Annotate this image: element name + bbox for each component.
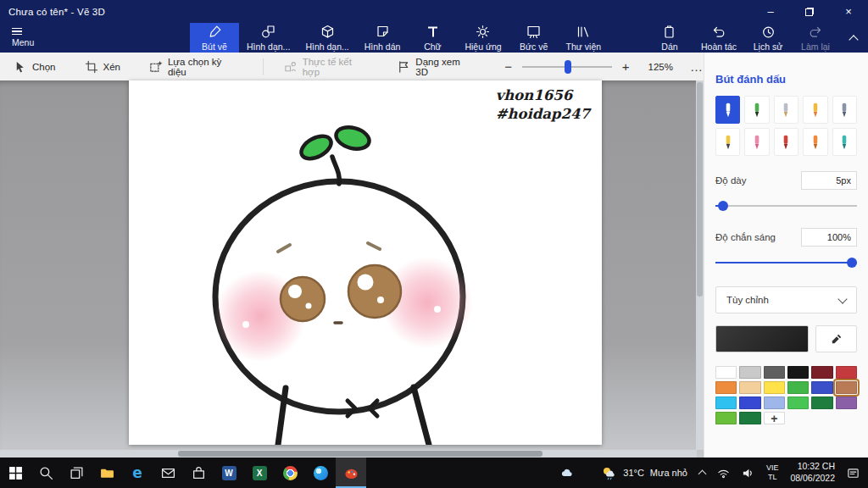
search-button[interactable] bbox=[31, 458, 61, 488]
tab-text[interactable]: Chữ bbox=[408, 23, 457, 53]
color-swatch-12[interactable] bbox=[715, 396, 737, 409]
close-button[interactable]: × bbox=[829, 0, 868, 23]
magic-select-tool[interactable]: Lựa chọn kỳ diệu bbox=[149, 57, 237, 77]
more-options-button[interactable]: … bbox=[690, 59, 704, 74]
color-swatch-11[interactable] bbox=[836, 381, 857, 394]
opacity-slider-thumb[interactable] bbox=[847, 258, 857, 268]
thickness-input[interactable]: 5px bbox=[801, 171, 857, 190]
brush-oil-brush[interactable] bbox=[774, 96, 798, 124]
color-swatch-7[interactable] bbox=[739, 381, 760, 394]
notification-icon bbox=[847, 467, 860, 480]
color-swatch-6[interactable] bbox=[715, 381, 737, 394]
color-swatch-1[interactable] bbox=[739, 366, 760, 379]
color-swatch-17[interactable] bbox=[836, 396, 857, 409]
tab-2d-shapes[interactable]: Hình dạn... bbox=[239, 23, 298, 53]
language-indicator[interactable]: VIE TL bbox=[766, 463, 779, 483]
color-swatch-16[interactable] bbox=[811, 396, 832, 409]
tab-stickers[interactable]: Hình dán bbox=[357, 23, 409, 53]
restore-button[interactable] bbox=[790, 0, 829, 23]
thickness-slider-thumb[interactable] bbox=[718, 201, 728, 211]
brush-calligraphy-pen[interactable] bbox=[744, 96, 769, 124]
drawing-canvas[interactable]: vhon1656 #hoidap247 bbox=[129, 80, 602, 445]
vertical-scrollbar-thumb[interactable] bbox=[697, 82, 703, 297]
brush-pixel-pen[interactable] bbox=[832, 96, 857, 124]
start-button[interactable] bbox=[0, 458, 31, 488]
color-swatch-18[interactable] bbox=[715, 412, 737, 424]
store-button[interactable] bbox=[183, 458, 214, 488]
edge-button[interactable]: e bbox=[122, 458, 153, 488]
weather-widget[interactable]: 31°C Mưa nhỏ bbox=[600, 464, 687, 481]
color-swatch-10[interactable] bbox=[811, 381, 832, 394]
coccoc-browser-button[interactable] bbox=[305, 458, 336, 488]
tab-brushes[interactable]: Bút vẽ bbox=[190, 23, 239, 53]
brush-fill[interactable] bbox=[832, 128, 857, 156]
tab-effects[interactable]: Hiệu ứng bbox=[457, 23, 509, 53]
brush-spray-can[interactable] bbox=[803, 128, 827, 156]
color-swatch-14[interactable] bbox=[764, 396, 785, 409]
color-swatch-0[interactable] bbox=[715, 366, 737, 379]
tab-library[interactable]: Thư viện bbox=[559, 23, 609, 53]
opacity-input[interactable]: 100% bbox=[801, 228, 857, 247]
customize-label: Tùy chỉnh bbox=[726, 295, 769, 305]
word-button[interactable]: W bbox=[214, 458, 244, 488]
select-tool[interactable]: Chọn bbox=[14, 60, 56, 74]
customize-dropdown[interactable]: Tùy chỉnh bbox=[715, 286, 857, 313]
brush-crayon[interactable] bbox=[774, 128, 798, 156]
menu-button[interactable]: Menu bbox=[0, 23, 64, 53]
ribbon-tabs: Bút vẽ Hình dạn... Hình dạn... Hình dán … bbox=[190, 23, 609, 53]
task-view-button[interactable] bbox=[61, 458, 92, 488]
canvas-workspace: vhon1656 #hoidap247 bbox=[0, 80, 704, 458]
tab-3d-shapes[interactable]: Hình dạn... bbox=[298, 23, 356, 53]
vertical-scrollbar[interactable] bbox=[696, 80, 704, 450]
redo-button[interactable]: Làm lại bbox=[792, 23, 839, 53]
zoom-level[interactable]: 125% bbox=[648, 62, 673, 72]
file-explorer-button[interactable] bbox=[92, 458, 122, 488]
color-swatch-3[interactable] bbox=[787, 366, 809, 379]
brush-pencil[interactable] bbox=[715, 128, 740, 156]
mixed-reality-button[interactable]: Thực tế kết hợp bbox=[284, 57, 367, 77]
color-swatch-2[interactable] bbox=[764, 366, 785, 379]
ribbon-collapse-button[interactable] bbox=[839, 23, 868, 53]
mixed-reality-icon bbox=[284, 60, 298, 74]
volume-button[interactable] bbox=[742, 467, 754, 480]
brush-marker[interactable] bbox=[715, 96, 740, 124]
chrome-button[interactable] bbox=[275, 458, 305, 488]
zoom-in-button[interactable]: + bbox=[619, 59, 633, 74]
text-icon bbox=[426, 25, 440, 39]
tray-app-icon[interactable] bbox=[560, 467, 573, 480]
zoom-out-button[interactable]: − bbox=[501, 59, 515, 74]
hidden-icons-chevron[interactable] bbox=[698, 470, 706, 479]
paste-button[interactable]: Dán bbox=[646, 23, 693, 53]
current-color-swatch[interactable] bbox=[715, 325, 809, 352]
crop-tool[interactable]: Xén bbox=[85, 60, 120, 74]
add-color-button[interactable]: + bbox=[764, 412, 785, 424]
zoom-slider-thumb[interactable] bbox=[565, 60, 571, 74]
color-swatch-9[interactable] bbox=[787, 381, 809, 394]
color-swatch-13[interactable] bbox=[739, 396, 760, 409]
brush-watercolor[interactable] bbox=[803, 96, 827, 124]
word-icon: W bbox=[222, 466, 236, 480]
history-button[interactable]: Lịch sử bbox=[744, 23, 792, 53]
zoom-slider[interactable] bbox=[522, 60, 611, 74]
brush-eraser[interactable] bbox=[744, 128, 769, 156]
action-center-button[interactable] bbox=[847, 467, 860, 480]
thickness-slider[interactable] bbox=[715, 201, 857, 211]
color-swatch-8[interactable] bbox=[764, 381, 785, 394]
opacity-slider[interactable] bbox=[715, 258, 857, 268]
color-swatch-5[interactable] bbox=[836, 366, 857, 379]
excel-button[interactable]: X bbox=[244, 458, 275, 488]
horizontal-scrollbar[interactable] bbox=[0, 450, 697, 458]
color-swatch-4[interactable] bbox=[811, 366, 832, 379]
paint3d-taskbar-button[interactable] bbox=[336, 458, 366, 488]
horizontal-scrollbar-thumb[interactable] bbox=[178, 451, 542, 457]
3d-view-button[interactable]: Dạng xem 3D bbox=[397, 57, 470, 77]
mail-button[interactable] bbox=[153, 458, 183, 488]
eyedropper-button[interactable] bbox=[815, 325, 857, 352]
taskbar-clock[interactable]: 10:32 CH 08/06/2022 bbox=[790, 461, 835, 484]
color-swatch-15[interactable] bbox=[787, 396, 809, 409]
undo-button[interactable]: Hoàn tác bbox=[693, 23, 744, 53]
minimize-button[interactable]: – bbox=[751, 0, 790, 23]
network-button[interactable] bbox=[717, 467, 730, 480]
tab-canvas[interactable]: Bức vẽ bbox=[509, 23, 559, 53]
color-swatch-19[interactable] bbox=[739, 412, 760, 424]
